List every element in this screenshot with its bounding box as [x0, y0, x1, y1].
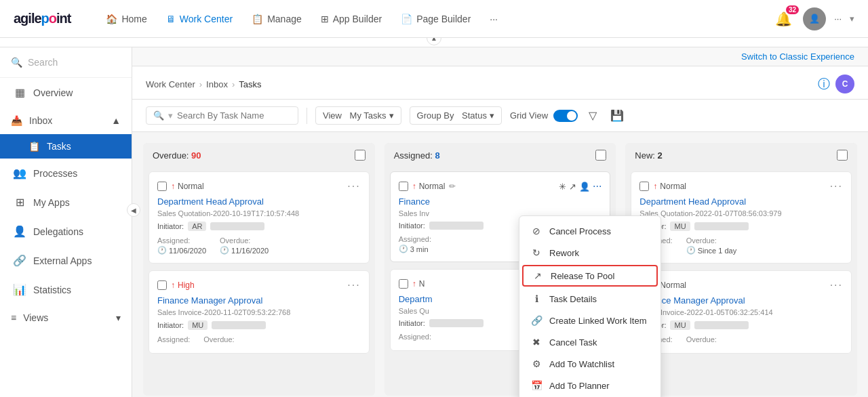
card-checkbox[interactable]	[399, 182, 408, 191]
switch-classic-bar: Switch to Classic Experience	[132, 47, 868, 66]
sidebar-item-overview[interactable]: ▦ Overview	[0, 78, 132, 107]
sidebar-item-statistics[interactable]: 📊 Statistics	[0, 275, 132, 304]
ctx-cancel-task[interactable]: ✖ Cancel Task	[519, 331, 660, 353]
toggle-switch[interactable]	[553, 110, 578, 122]
info-icon[interactable]: ⓘ	[818, 76, 830, 92]
breadcrumb-inbox[interactable]: Inbox	[206, 79, 228, 89]
new-select-all[interactable]	[837, 150, 848, 161]
card-title[interactable]: Finance Manager Approval	[639, 295, 843, 306]
card-dates: Assigned: Overdue:	[157, 335, 361, 345]
card-priority: ↑ Normal	[171, 182, 204, 191]
grid-view-label: Grid View	[510, 110, 548, 121]
external-link-icon[interactable]: ↗	[569, 182, 576, 192]
assigned-date: Assigned:	[399, 333, 431, 342]
card-menu-button[interactable]: ···	[347, 180, 360, 192]
chevron-down-icon: ▾	[116, 312, 121, 323]
kanban-board: Overdue: 90 ↑ Normal	[132, 132, 868, 397]
card-subtitle: Sales Invoice-2022-01-05T06:32:25:414	[639, 308, 843, 316]
ctx-rework[interactable]: ↻ Rework	[519, 242, 660, 264]
nav-appbuilder[interactable]: ⊞ App Builder	[313, 9, 390, 28]
clock-icon-2: 🕐	[220, 246, 229, 255]
card-priority: ↑ Normal	[412, 182, 446, 191]
card-checkbox[interactable]	[157, 182, 167, 191]
kanban-cards-overdue: ↑ Normal ··· Department Head Approval Sa…	[143, 167, 375, 396]
card-checkbox[interactable]	[157, 280, 167, 290]
user-avatar[interactable]: 👤	[803, 7, 826, 30]
card-title[interactable]: Department Head Approval	[157, 196, 361, 207]
assigned-select-all[interactable]	[595, 150, 606, 161]
ctx-add-watchlist[interactable]: ⚙ Add To Watchlist	[519, 353, 660, 375]
ctx-create-linked[interactable]: 🔗 Create Linked Work Item	[519, 310, 660, 331]
card-priority: ↑ High	[171, 280, 195, 290]
pagebuilder-icon: 📄	[401, 14, 412, 24]
overdue-select-all[interactable]	[355, 150, 366, 161]
card-menu-button[interactable]: ···	[593, 180, 601, 192]
main-content: Switch to Classic Experience Work Center…	[132, 47, 868, 397]
myapps-icon: ⊞	[13, 196, 26, 209]
nav-pagebuilder[interactable]: 📄 Page Builder	[393, 9, 479, 28]
ctx-add-planner[interactable]: 📅 Add To Planner	[519, 375, 660, 396]
nav-more[interactable]: ···	[481, 9, 506, 28]
layout: 🔍 Search ▦ Overview 📥 Inbox ▲ 📋 Tasks 👥 …	[0, 47, 868, 397]
card-priority: ↑ Normal	[653, 182, 686, 191]
card-menu-button[interactable]: ···	[347, 279, 360, 291]
grid-view-toggle[interactable]: Grid View	[510, 110, 578, 122]
edit-icon[interactable]: ✏	[449, 182, 456, 191]
sidebar-item-myapps[interactable]: ⊞ My Apps	[0, 188, 132, 217]
filter-icon[interactable]: ▽	[586, 106, 599, 125]
inbox-icon: 📥	[11, 115, 22, 126]
user-icon[interactable]: 👤	[579, 182, 590, 192]
card-title[interactable]: Finance Manager Approval	[157, 295, 361, 306]
user-name[interactable]: ···	[834, 14, 842, 24]
task-card: ↑ Normal ··· Department Head Approval Sa…	[631, 171, 852, 264]
sidebar-collapse-button[interactable]: ◀	[127, 203, 140, 217]
search-dropdown-icon[interactable]: ▾	[168, 110, 173, 121]
notification-button[interactable]: 🔔 32	[772, 8, 795, 30]
sidebar-item-externalapps[interactable]: 🔗 External Apps	[0, 246, 132, 275]
nav-manage[interactable]: 📋 Manage	[243, 9, 310, 28]
nav-home[interactable]: 🏠 Home	[98, 9, 155, 28]
switch-classic-link[interactable]: Switch to Classic Experience	[741, 51, 854, 62]
breadcrumb-sep-2: ›	[232, 79, 235, 89]
chevron-down-icon[interactable]: ▾	[850, 14, 854, 24]
ctx-task-details[interactable]: ℹ Task Details	[519, 288, 660, 310]
priority-up-icon: ↑	[653, 182, 657, 191]
kanban-col-overdue-header: Overdue: 90	[143, 143, 375, 167]
card-menu-button[interactable]: ···	[830, 279, 843, 291]
sidebar-search[interactable]: 🔍 Search	[0, 47, 132, 78]
group-selector[interactable]: Group By Status ▾	[410, 106, 502, 125]
breadcrumb: Work Center › Inbox › Tasks ⓘ C	[132, 66, 868, 100]
card-title[interactable]: Finance	[399, 196, 602, 207]
card-menu-button[interactable]: ···	[830, 180, 843, 192]
nav-items: 🏠 Home 🖥 Work Center 📋 Manage ⊞ App Buil…	[98, 9, 752, 28]
card-title[interactable]: Department Head Approval	[639, 196, 843, 207]
task-card: ↑ Normal ··· Finance Manager Approval Sa…	[631, 270, 852, 354]
ctx-release-to-pool[interactable]: ↗ Release To Pool	[522, 265, 658, 287]
sidebar-item-tasks[interactable]: 📋 Tasks	[0, 134, 132, 159]
sidebar-item-inbox[interactable]: 📥 Inbox ▲	[0, 107, 132, 134]
card-checkbox[interactable]	[639, 182, 649, 191]
priority-up-icon: ↑	[171, 182, 175, 191]
overdue-date: Overdue:	[203, 335, 234, 345]
group-value: Status	[462, 110, 487, 121]
overview-icon: ▦	[13, 86, 26, 99]
settings-icon[interactable]: ✳	[559, 182, 566, 192]
sidebar-item-delegations[interactable]: 👤 Delegations	[0, 217, 132, 246]
card-checkbox[interactable]	[399, 279, 408, 289]
externalapps-icon: 🔗	[13, 254, 26, 267]
initiator-badge: MU	[670, 320, 690, 330]
top-nav: agilepoint 🏠 Home 🖥 Work Center 📋 Manage…	[0, 0, 868, 38]
clock-icon: 🕐	[686, 246, 696, 255]
nav-workcenter[interactable]: 🖥 Work Center	[158, 9, 241, 28]
view-selector[interactable]: View My Tasks ▾	[315, 106, 401, 125]
search-input[interactable]	[177, 110, 291, 121]
card-subtitle: Sales Quotation-2022-01-07T08:56:03:979	[639, 209, 843, 217]
search-box[interactable]: 🔍 ▾	[146, 106, 298, 125]
ctx-cancel-process[interactable]: ⊘ Cancel Process	[519, 220, 660, 242]
user-avatar-breadcrumb[interactable]: C	[835, 75, 854, 93]
save-icon[interactable]: 💾	[608, 106, 627, 125]
breadcrumb-workcenter[interactable]: Work Center	[146, 79, 195, 89]
toolbar-divider-1	[307, 108, 307, 124]
sidebar-item-processes[interactable]: 👥 Processes	[0, 159, 132, 188]
sidebar-item-views[interactable]: ≡ Views ▾	[0, 304, 132, 331]
